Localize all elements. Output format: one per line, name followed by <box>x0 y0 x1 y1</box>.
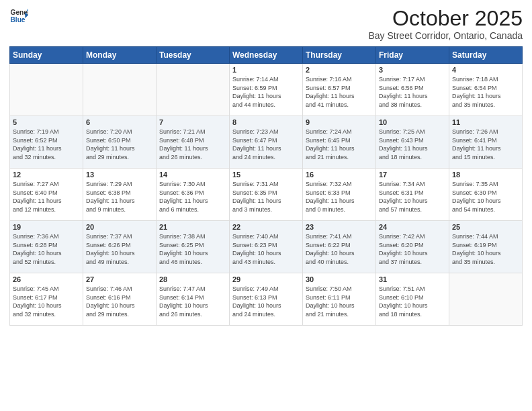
day-number: 10 <box>379 118 446 126</box>
day-info: Sunrise: 7:47 AM Sunset: 6:14 PM Dayligh… <box>159 285 226 318</box>
day-info: Sunrise: 7:35 AM Sunset: 6:30 PM Dayligh… <box>452 180 519 214</box>
day-info: Sunrise: 7:21 AM Sunset: 6:48 PM Dayligh… <box>159 128 226 161</box>
calendar-cell: 4Sunrise: 7:18 AM Sunset: 6:54 PM Daylig… <box>449 64 523 116</box>
location: Bay Street Corridor, Ontario, Canada <box>368 30 523 41</box>
calendar-cell: 23Sunrise: 7:41 AM Sunset: 6:22 PM Dayli… <box>303 221 376 273</box>
calendar-cell: 17Sunrise: 7:34 AM Sunset: 6:31 PM Dayli… <box>376 169 449 221</box>
day-number: 3 <box>379 66 446 74</box>
month-title: October 2025 <box>368 7 523 30</box>
day-number: 2 <box>306 66 373 74</box>
calendar-cell: 12Sunrise: 7:27 AM Sunset: 6:40 PM Dayli… <box>10 169 83 221</box>
weekday-header-wednesday: Wednesday <box>230 47 303 64</box>
day-info: Sunrise: 7:38 AM Sunset: 6:25 PM Dayligh… <box>159 232 226 266</box>
week-row-5: 26Sunrise: 7:45 AM Sunset: 6:17 PM Dayli… <box>10 273 523 326</box>
day-info: Sunrise: 7:30 AM Sunset: 6:36 PM Dayligh… <box>159 180 226 214</box>
day-number: 17 <box>379 171 446 179</box>
day-info: Sunrise: 7:31 AM Sunset: 6:35 PM Dayligh… <box>232 180 300 214</box>
calendar-cell: 7Sunrise: 7:21 AM Sunset: 6:48 PM Daylig… <box>157 116 230 169</box>
day-info: Sunrise: 7:17 AM Sunset: 6:56 PM Dayligh… <box>379 75 446 109</box>
day-number: 28 <box>159 275 226 283</box>
day-number: 19 <box>13 223 80 231</box>
day-info: Sunrise: 7:16 AM Sunset: 6:57 PM Dayligh… <box>306 75 373 109</box>
day-number: 8 <box>232 118 300 126</box>
weekday-header-monday: Monday <box>83 47 157 64</box>
day-number: 14 <box>159 171 226 179</box>
calendar-cell: 1Sunrise: 7:14 AM Sunset: 6:59 PM Daylig… <box>230 64 303 116</box>
day-number: 12 <box>13 171 80 179</box>
day-info: Sunrise: 7:14 AM Sunset: 6:59 PM Dayligh… <box>232 75 300 109</box>
weekday-header-saturday: Saturday <box>449 47 523 64</box>
calendar-cell: 5Sunrise: 7:19 AM Sunset: 6:52 PM Daylig… <box>10 116 83 169</box>
calendar-cell: 10Sunrise: 7:25 AM Sunset: 6:43 PM Dayli… <box>376 116 449 169</box>
calendar-cell: 31Sunrise: 7:51 AM Sunset: 6:10 PM Dayli… <box>376 273 449 326</box>
day-number: 6 <box>86 118 153 126</box>
day-number: 22 <box>232 223 300 231</box>
day-info: Sunrise: 7:37 AM Sunset: 6:26 PM Dayligh… <box>86 232 153 266</box>
day-number: 15 <box>232 171 300 179</box>
day-info: Sunrise: 7:34 AM Sunset: 6:31 PM Dayligh… <box>379 180 446 214</box>
day-number: 5 <box>13 118 80 126</box>
calendar-cell: 15Sunrise: 7:31 AM Sunset: 6:35 PM Dayli… <box>230 169 303 221</box>
calendar-cell: 19Sunrise: 7:36 AM Sunset: 6:28 PM Dayli… <box>10 221 83 273</box>
header: General Blue October 2025 Bay Street Cor… <box>9 7 523 41</box>
day-number: 29 <box>232 275 300 283</box>
week-row-1: 1Sunrise: 7:14 AM Sunset: 6:59 PM Daylig… <box>10 64 523 116</box>
day-number: 1 <box>232 66 300 74</box>
calendar-cell: 2Sunrise: 7:16 AM Sunset: 6:57 PM Daylig… <box>303 64 376 116</box>
weekday-header-thursday: Thursday <box>303 47 376 64</box>
day-info: Sunrise: 7:19 AM Sunset: 6:52 PM Dayligh… <box>13 128 80 161</box>
weekday-header-sunday: Sunday <box>10 47 83 64</box>
day-number: 20 <box>86 223 153 231</box>
day-number: 7 <box>159 118 226 126</box>
calendar-cell: 22Sunrise: 7:40 AM Sunset: 6:23 PM Dayli… <box>230 221 303 273</box>
day-info: Sunrise: 7:51 AM Sunset: 6:10 PM Dayligh… <box>379 285 446 318</box>
week-row-2: 5Sunrise: 7:19 AM Sunset: 6:52 PM Daylig… <box>10 116 523 169</box>
day-info: Sunrise: 7:44 AM Sunset: 6:19 PM Dayligh… <box>452 232 519 266</box>
weekday-header-tuesday: Tuesday <box>157 47 230 64</box>
calendar-cell: 21Sunrise: 7:38 AM Sunset: 6:25 PM Dayli… <box>157 221 230 273</box>
week-row-4: 19Sunrise: 7:36 AM Sunset: 6:28 PM Dayli… <box>10 221 523 273</box>
day-number: 24 <box>379 223 446 231</box>
calendar-cell: 3Sunrise: 7:17 AM Sunset: 6:56 PM Daylig… <box>376 64 449 116</box>
day-info: Sunrise: 7:32 AM Sunset: 6:33 PM Dayligh… <box>306 180 373 214</box>
week-row-3: 12Sunrise: 7:27 AM Sunset: 6:40 PM Dayli… <box>10 169 523 221</box>
day-info: Sunrise: 7:20 AM Sunset: 6:50 PM Dayligh… <box>86 128 153 161</box>
calendar-cell: 20Sunrise: 7:37 AM Sunset: 6:26 PM Dayli… <box>83 221 157 273</box>
day-info: Sunrise: 7:29 AM Sunset: 6:38 PM Dayligh… <box>86 180 153 214</box>
calendar-cell: 26Sunrise: 7:45 AM Sunset: 6:17 PM Dayli… <box>10 273 83 326</box>
calendar-cell: 14Sunrise: 7:30 AM Sunset: 6:36 PM Dayli… <box>157 169 230 221</box>
calendar-cell: 8Sunrise: 7:23 AM Sunset: 6:47 PM Daylig… <box>230 116 303 169</box>
calendar-cell: 16Sunrise: 7:32 AM Sunset: 6:33 PM Dayli… <box>303 169 376 221</box>
calendar-table: SundayMondayTuesdayWednesdayThursdayFrid… <box>9 46 523 326</box>
day-number: 9 <box>306 118 373 126</box>
page-container: General Blue October 2025 Bay Street Cor… <box>0 0 532 411</box>
calendar-cell: 30Sunrise: 7:50 AM Sunset: 6:11 PM Dayli… <box>303 273 376 326</box>
calendar-cell: 11Sunrise: 7:26 AM Sunset: 6:41 PM Dayli… <box>449 116 523 169</box>
weekday-header-row: SundayMondayTuesdayWednesdayThursdayFrid… <box>10 47 523 64</box>
day-info: Sunrise: 7:18 AM Sunset: 6:54 PM Dayligh… <box>452 75 519 109</box>
calendar-cell <box>10 64 83 116</box>
day-info: Sunrise: 7:45 AM Sunset: 6:17 PM Dayligh… <box>13 285 80 318</box>
day-number: 16 <box>306 171 373 179</box>
day-number: 31 <box>379 275 446 283</box>
day-number: 26 <box>13 275 80 283</box>
day-number: 30 <box>306 275 373 283</box>
day-info: Sunrise: 7:25 AM Sunset: 6:43 PM Dayligh… <box>379 128 446 161</box>
day-number: 18 <box>452 171 519 179</box>
day-info: Sunrise: 7:50 AM Sunset: 6:11 PM Dayligh… <box>306 285 373 318</box>
day-info: Sunrise: 7:41 AM Sunset: 6:22 PM Dayligh… <box>306 232 373 266</box>
day-info: Sunrise: 7:27 AM Sunset: 6:40 PM Dayligh… <box>13 180 80 214</box>
day-info: Sunrise: 7:23 AM Sunset: 6:47 PM Dayligh… <box>232 128 300 161</box>
title-block: October 2025 Bay Street Corridor, Ontari… <box>368 7 523 41</box>
day-info: Sunrise: 7:40 AM Sunset: 6:23 PM Dayligh… <box>232 232 300 266</box>
day-number: 25 <box>452 223 519 231</box>
calendar-cell: 6Sunrise: 7:20 AM Sunset: 6:50 PM Daylig… <box>83 116 157 169</box>
day-number: 21 <box>159 223 226 231</box>
calendar-cell: 18Sunrise: 7:35 AM Sunset: 6:30 PM Dayli… <box>449 169 523 221</box>
calendar-cell: 25Sunrise: 7:44 AM Sunset: 6:19 PM Dayli… <box>449 221 523 273</box>
svg-text:Blue: Blue <box>11 16 26 24</box>
calendar-cell: 13Sunrise: 7:29 AM Sunset: 6:38 PM Dayli… <box>83 169 157 221</box>
logo: General Blue <box>9 7 28 26</box>
calendar-cell: 28Sunrise: 7:47 AM Sunset: 6:14 PM Dayli… <box>157 273 230 326</box>
day-number: 11 <box>452 118 519 126</box>
